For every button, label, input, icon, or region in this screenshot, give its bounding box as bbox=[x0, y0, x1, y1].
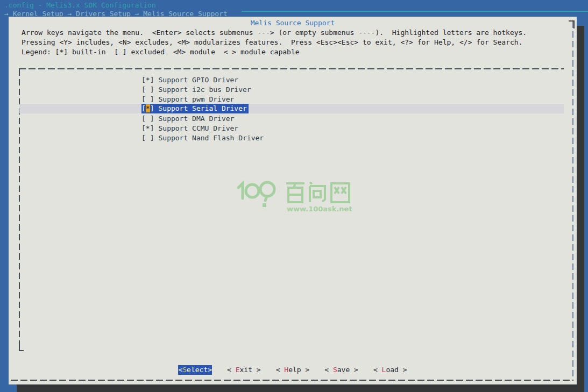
checkbox-state: [ ] bbox=[141, 85, 154, 94]
watermark-url: www.100ask.net bbox=[287, 205, 352, 213]
cjk-glyph-bai bbox=[286, 183, 304, 202]
instructions-line-2: Pressing <Y> includes, <N> excludes, <M>… bbox=[22, 38, 522, 47]
logo-magnifier-icon bbox=[260, 182, 274, 196]
hotkey-letter: S bbox=[154, 104, 162, 112]
item-label: Support DMA Driver bbox=[154, 115, 234, 123]
button-row: <Select> < Exit > < Help > < Save > < Lo… bbox=[9, 365, 577, 375]
instructions-line-1: Arrow keys navigate the menu. <Enter> se… bbox=[22, 28, 527, 38]
menu-item-ccmu[interactable]: [*]Support CCMU Driver bbox=[9, 124, 577, 133]
checkbox-state: [*] bbox=[141, 124, 154, 132]
checkbox-state: [ ] bbox=[141, 95, 154, 103]
dialog-shadow-bottom bbox=[17, 384, 577, 392]
menu-item-dma[interactable]: [ ]Support DMA Driver bbox=[9, 114, 577, 124]
menu-item-nand[interactable]: [ ]Support Nand Flash Driver bbox=[9, 133, 577, 143]
legend-line: Legend: [*] built-in [ ] excluded <M> mo… bbox=[22, 47, 300, 57]
checkbox-state: [*] bbox=[141, 76, 154, 84]
menu-item-pwm[interactable]: [ ]Support pwm Driver bbox=[9, 95, 577, 104]
item-label: Support GPIO Driver bbox=[154, 76, 238, 84]
menuconfig-dialog: Melis Source Support Arrow keys navigate… bbox=[9, 17, 577, 384]
item-label: Support CCMU Driver bbox=[154, 124, 238, 132]
bracket-open: [ bbox=[141, 104, 146, 112]
hotkey-letter: E bbox=[236, 366, 240, 374]
menu-item-gpio[interactable]: [*]Support GPIO Driver bbox=[9, 75, 577, 85]
cjk-glyph-wen bbox=[310, 182, 325, 202]
terminal-screen: { "terminal": { "title_line": ".config -… bbox=[0, 0, 588, 392]
exit-button[interactable]: < Exit > bbox=[227, 365, 261, 375]
select-button[interactable]: <Select> bbox=[178, 365, 212, 375]
save-button[interactable]: < Save > bbox=[324, 365, 358, 375]
item-label: upport Serial Driver bbox=[162, 104, 247, 112]
selected-row-band[interactable]: [*]Support Serial Driver bbox=[19, 104, 564, 113]
dialog-border-bottom bbox=[11, 380, 573, 381]
checkbox-state: [ ] bbox=[141, 115, 154, 123]
listbox-corner-glyph bbox=[19, 345, 24, 351]
watermark-100ask-logo: www.100ask.net bbox=[235, 176, 359, 215]
menu-item-i2c[interactable]: [ ]Support i2c bus Driver bbox=[9, 85, 577, 95]
checkbox-state: [ ] bbox=[141, 134, 154, 142]
cjk-glyph-wang bbox=[331, 183, 349, 202]
item-label: Support pwm Driver bbox=[154, 95, 234, 103]
help-button[interactable]: < Help > bbox=[276, 365, 310, 375]
breadcrumb-rule bbox=[242, 11, 588, 12]
dialog-shadow-right bbox=[577, 26, 584, 392]
hotkey-letter: S bbox=[182, 366, 187, 374]
logo-digit-1 bbox=[238, 183, 243, 198]
item-label: Support i2c bus Driver bbox=[154, 85, 251, 94]
dialog-corner-glyph bbox=[569, 20, 575, 28]
hotkey-letter: S bbox=[333, 366, 337, 374]
item-label: Support Nand Flash Driver bbox=[154, 134, 264, 142]
checkbox-star: * bbox=[146, 104, 150, 112]
listbox-border-top bbox=[19, 68, 564, 69]
hotkey-letter: H bbox=[284, 366, 288, 374]
load-button[interactable]: < Load > bbox=[373, 365, 407, 375]
dialog-title: Melis Source Support bbox=[9, 18, 577, 28]
logo-digit-0 bbox=[246, 184, 259, 197]
menu-item-serial-selected[interactable]: [*]Support Serial Driver bbox=[141, 104, 249, 113]
